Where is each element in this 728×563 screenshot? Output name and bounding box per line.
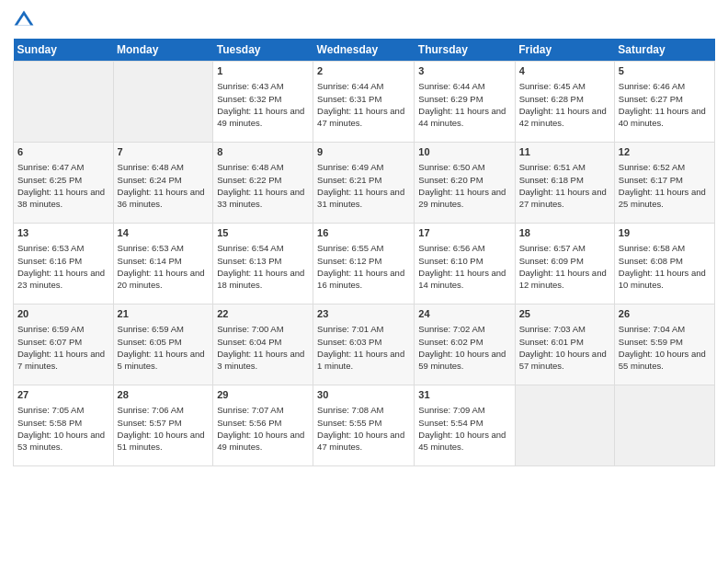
- sunrise-text: Sunrise: 6:53 AM: [118, 243, 184, 253]
- daylight-text: Daylight: 10 hours and 55 minutes.: [619, 349, 706, 371]
- day-number: 16: [317, 226, 410, 240]
- sunset-text: Sunset: 6:14 PM: [118, 256, 182, 266]
- calendar-cell: 23Sunrise: 7:01 AMSunset: 6:03 PMDayligh…: [313, 304, 415, 385]
- sunrise-text: Sunrise: 6:56 AM: [418, 243, 484, 253]
- sunrise-text: Sunrise: 7:07 AM: [217, 405, 283, 415]
- daylight-text: Daylight: 11 hours and 49 minutes.: [217, 106, 304, 128]
- day-number: 3: [418, 64, 510, 78]
- calendar-table: SundayMondayTuesdayWednesdayThursdayFrid…: [13, 39, 715, 466]
- day-header-sunday: Sunday: [14, 39, 114, 62]
- daylight-text: Daylight: 10 hours and 53 minutes.: [17, 430, 105, 452]
- day-number: 15: [217, 226, 309, 240]
- daylight-text: Daylight: 11 hours and 16 minutes.: [317, 268, 404, 290]
- sunset-text: Sunset: 5:59 PM: [619, 337, 683, 347]
- calendar-cell: 9Sunrise: 6:49 AMSunset: 6:21 PMDaylight…: [313, 143, 415, 224]
- calendar-cell: 27Sunrise: 7:05 AMSunset: 5:58 PMDayligh…: [14, 385, 114, 466]
- sunrise-text: Sunrise: 6:54 AM: [217, 243, 283, 253]
- sunset-text: Sunset: 6:27 PM: [619, 94, 683, 104]
- daylight-text: Daylight: 11 hours and 38 minutes.: [17, 187, 105, 209]
- sunset-text: Sunset: 6:29 PM: [418, 94, 483, 104]
- calendar-cell: [614, 385, 714, 466]
- calendar-cell: 17Sunrise: 6:56 AMSunset: 6:10 PMDayligh…: [415, 224, 515, 304]
- sunrise-text: Sunrise: 6:48 AM: [217, 162, 283, 172]
- day-number: 4: [519, 64, 610, 78]
- sunset-text: Sunset: 6:09 PM: [519, 256, 584, 266]
- day-number: 20: [17, 307, 109, 321]
- day-number: 7: [118, 145, 210, 159]
- sunrise-text: Sunrise: 6:59 AM: [118, 324, 184, 334]
- daylight-text: Daylight: 11 hours and 20 minutes.: [118, 268, 205, 290]
- week-row-2: 6Sunrise: 6:47 AMSunset: 6:25 PMDaylight…: [14, 143, 715, 224]
- day-header-thursday: Thursday: [415, 39, 515, 62]
- calendar-cell: 26Sunrise: 7:04 AMSunset: 5:59 PMDayligh…: [614, 304, 714, 385]
- calendar-cell: 1Sunrise: 6:43 AMSunset: 6:32 PMDaylight…: [213, 62, 313, 143]
- sunrise-text: Sunrise: 6:51 AM: [519, 162, 586, 172]
- daylight-text: Daylight: 11 hours and 31 minutes.: [317, 187, 404, 209]
- day-number: 11: [519, 145, 610, 159]
- calendar-cell: 31Sunrise: 7:09 AMSunset: 5:54 PMDayligh…: [415, 385, 515, 466]
- week-row-5: 27Sunrise: 7:05 AMSunset: 5:58 PMDayligh…: [14, 385, 715, 466]
- daylight-text: Daylight: 11 hours and 29 minutes.: [418, 187, 506, 209]
- calendar-cell: 18Sunrise: 6:57 AMSunset: 6:09 PMDayligh…: [515, 224, 614, 304]
- sunrise-text: Sunrise: 6:52 AM: [619, 162, 685, 172]
- sunset-text: Sunset: 6:20 PM: [418, 175, 483, 185]
- calendar-cell: 21Sunrise: 6:59 AMSunset: 6:05 PMDayligh…: [113, 304, 213, 385]
- sunset-text: Sunset: 6:02 PM: [418, 337, 483, 347]
- day-header-wednesday: Wednesday: [313, 39, 415, 62]
- calendar-cell: 28Sunrise: 7:06 AMSunset: 5:57 PMDayligh…: [113, 385, 213, 466]
- sunrise-text: Sunrise: 7:00 AM: [217, 324, 283, 334]
- sunrise-text: Sunrise: 6:44 AM: [317, 81, 383, 91]
- calendar-cell: 30Sunrise: 7:08 AMSunset: 5:55 PMDayligh…: [313, 385, 415, 466]
- day-number: 23: [317, 307, 410, 321]
- week-row-3: 13Sunrise: 6:53 AMSunset: 6:16 PMDayligh…: [14, 224, 715, 304]
- sunset-text: Sunset: 6:08 PM: [619, 256, 683, 266]
- day-number: 14: [118, 226, 210, 240]
- day-number: 12: [619, 145, 711, 159]
- sunset-text: Sunset: 6:32 PM: [217, 94, 281, 104]
- day-number: 21: [118, 307, 210, 321]
- sunrise-text: Sunrise: 6:59 AM: [17, 324, 84, 334]
- sunset-text: Sunset: 6:04 PM: [217, 337, 281, 347]
- daylight-text: Daylight: 11 hours and 12 minutes.: [519, 268, 607, 290]
- day-number: 31: [418, 388, 510, 402]
- sunset-text: Sunset: 6:21 PM: [317, 175, 381, 185]
- calendar-cell: 13Sunrise: 6:53 AMSunset: 6:16 PMDayligh…: [14, 224, 114, 304]
- day-header-tuesday: Tuesday: [213, 39, 313, 62]
- daylight-text: Daylight: 11 hours and 42 minutes.: [519, 106, 607, 128]
- sunset-text: Sunset: 5:55 PM: [317, 418, 381, 428]
- day-number: 29: [217, 388, 309, 402]
- header-row: SundayMondayTuesdayWednesdayThursdayFrid…: [14, 39, 715, 62]
- sunset-text: Sunset: 5:57 PM: [118, 418, 182, 428]
- calendar-cell: 3Sunrise: 6:44 AMSunset: 6:29 PMDaylight…: [415, 62, 515, 143]
- daylight-text: Daylight: 11 hours and 5 minutes.: [118, 349, 205, 371]
- daylight-text: Daylight: 10 hours and 49 minutes.: [217, 430, 304, 452]
- calendar-cell: 7Sunrise: 6:48 AMSunset: 6:24 PMDaylight…: [113, 143, 213, 224]
- sunrise-text: Sunrise: 7:08 AM: [317, 405, 383, 415]
- day-number: 10: [418, 145, 510, 159]
- logo: [13, 9, 39, 31]
- day-header-saturday: Saturday: [614, 39, 714, 62]
- sunset-text: Sunset: 6:28 PM: [519, 94, 584, 104]
- sunrise-text: Sunrise: 6:47 AM: [17, 162, 84, 172]
- calendar-cell: 24Sunrise: 7:02 AMSunset: 6:02 PMDayligh…: [415, 304, 515, 385]
- calendar-cell: 12Sunrise: 6:52 AMSunset: 6:17 PMDayligh…: [614, 143, 714, 224]
- daylight-text: Daylight: 10 hours and 47 minutes.: [317, 430, 404, 452]
- day-number: 1: [217, 64, 309, 78]
- daylight-text: Daylight: 10 hours and 57 minutes.: [519, 349, 607, 371]
- sunrise-text: Sunrise: 6:44 AM: [418, 81, 484, 91]
- calendar-cell: 25Sunrise: 7:03 AMSunset: 6:01 PMDayligh…: [515, 304, 614, 385]
- day-number: 6: [17, 145, 109, 159]
- sunrise-text: Sunrise: 7:05 AM: [17, 405, 84, 415]
- sunrise-text: Sunrise: 7:09 AM: [418, 405, 484, 415]
- sunset-text: Sunset: 6:13 PM: [217, 256, 281, 266]
- daylight-text: Daylight: 11 hours and 1 minute.: [317, 349, 404, 371]
- sunrise-text: Sunrise: 6:43 AM: [217, 81, 283, 91]
- sunrise-text: Sunrise: 6:48 AM: [118, 162, 184, 172]
- calendar-cell: 5Sunrise: 6:46 AMSunset: 6:27 PMDaylight…: [614, 62, 714, 143]
- calendar-cell: 11Sunrise: 6:51 AMSunset: 6:18 PMDayligh…: [515, 143, 614, 224]
- daylight-text: Daylight: 10 hours and 45 minutes.: [418, 430, 506, 452]
- sunset-text: Sunset: 6:03 PM: [317, 337, 381, 347]
- sunset-text: Sunset: 5:58 PM: [17, 418, 82, 428]
- logo-icon: [13, 9, 35, 31]
- daylight-text: Daylight: 11 hours and 33 minutes.: [217, 187, 304, 209]
